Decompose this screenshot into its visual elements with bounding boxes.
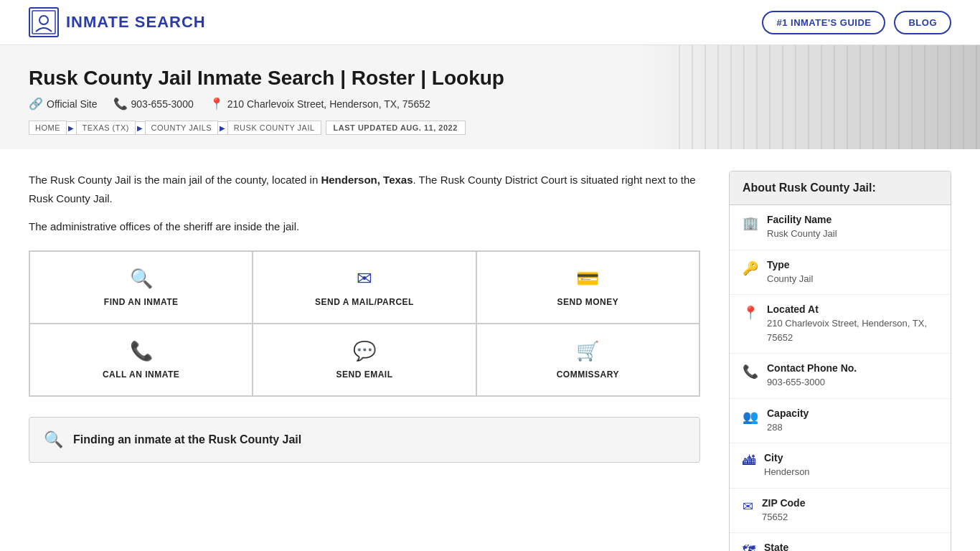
about-item-value: County Jail	[767, 272, 813, 286]
svg-rect-1	[32, 11, 55, 34]
action-icon: 🛒	[576, 340, 599, 362]
about-item-value: 903-655-3000	[767, 375, 857, 390]
action-grid: 🔍FIND AN INMATE✉SEND A MAIL/PARCEL💳SEND …	[29, 250, 700, 397]
about-card: About Rusk County Jail: 🏢Facility NameRu…	[729, 171, 951, 551]
right-sidebar: About Rusk County Jail: 🏢Facility NameRu…	[729, 171, 951, 551]
header-nav: #1 INMATE'S GUIDE BLOG	[762, 11, 951, 34]
action-label: CALL AN INMATE	[103, 369, 179, 380]
hero-section: Rusk County Jail Inmate Search | Roster …	[0, 45, 980, 149]
about-items-container: 🏢Facility NameRusk County Jail🔑TypeCount…	[730, 205, 951, 551]
description-section: The Rusk County Jail is the main jail of…	[29, 171, 700, 236]
about-icon: ✉	[743, 499, 753, 514]
action-cell-call-an-inmate[interactable]: 📞CALL AN INMATE	[29, 324, 253, 396]
breadcrumb-arrow1: ▶	[67, 121, 76, 135]
address-meta: 📍 210 Charlevoix Street, Henderson, TX, …	[209, 97, 430, 110]
about-item-capacity: 👥Capacity288	[730, 399, 951, 444]
svg-point-2	[39, 16, 48, 24]
logo: INMATE SEARCH	[29, 7, 206, 37]
breadcrumb-arrow3: ▶	[218, 121, 227, 135]
about-item-type: 🔑TypeCounty Jail	[730, 250, 951, 296]
breadcrumb-texas[interactable]: TEXAS (TX)	[76, 121, 136, 135]
link-icon: 🔗	[29, 97, 43, 110]
action-label: SEND A MAIL/PARCEL	[315, 297, 414, 307]
breadcrumb-home[interactable]: HOME	[29, 121, 67, 135]
blog-button[interactable]: BLOG	[894, 11, 951, 34]
breadcrumb-county-jails[interactable]: COUNTY JAILS	[145, 121, 219, 135]
action-label: COMMISSARY	[557, 369, 619, 380]
about-item-label: Contact Phone No.	[767, 362, 857, 374]
finding-box: 🔍 Finding an inmate at the Rusk County J…	[29, 417, 700, 463]
action-label: SEND MONEY	[557, 297, 618, 307]
hero-bg-decoration	[679, 45, 980, 149]
inmate-guide-button[interactable]: #1 INMATE'S GUIDE	[762, 11, 885, 34]
about-item-label: Type	[767, 259, 813, 270]
breadcrumb-last-updated: LAST UPDATED AUG. 11, 2022	[326, 121, 466, 135]
about-icon: 📍	[743, 305, 758, 321]
action-label: FIND AN INMATE	[104, 297, 179, 307]
logo-text: INMATE SEARCH	[66, 13, 206, 32]
about-item-value: 75652	[762, 510, 805, 524]
about-item-label: Located At	[767, 303, 938, 315]
finding-title: Finding an inmate at the Rusk County Jai…	[73, 433, 301, 446]
action-cell-send-a-mail/parcel[interactable]: ✉SEND A MAIL/PARCEL	[253, 251, 476, 324]
phone-icon: 📞	[113, 97, 128, 110]
official-site-link[interactable]: 🔗 Official Site	[29, 97, 98, 110]
about-item-value: Rusk County Jail	[767, 227, 837, 241]
about-item-label: Capacity	[767, 408, 809, 419]
action-icon: 📞	[130, 340, 153, 362]
description-para2: The administrative offices of the sherif…	[29, 217, 700, 236]
action-icon: ✉	[357, 268, 372, 290]
breadcrumb-rusk[interactable]: RUSK COUNTY JAIL	[227, 121, 321, 135]
phone-link[interactable]: 📞 903-655-3000	[113, 97, 194, 110]
about-icon: 📞	[743, 364, 758, 380]
site-header: INMATE SEARCH #1 INMATE'S GUIDE BLOG	[0, 0, 980, 45]
logo-icon	[29, 7, 59, 37]
action-icon: 💳	[576, 268, 599, 290]
action-icon: 🔍	[130, 268, 153, 290]
about-item-located-at: 📍Located At210 Charlevoix Street, Hender…	[730, 295, 951, 354]
about-item-label: ZIP Code	[762, 497, 805, 509]
action-label: SEND EMAIL	[336, 369, 392, 380]
about-item-value: 210 Charlevoix Street, Henderson, TX, 75…	[767, 316, 938, 344]
breadcrumb-arrow2: ▶	[136, 121, 145, 135]
about-item-label: State	[764, 542, 809, 551]
about-icon: 🔑	[743, 260, 758, 276]
finding-search-icon: 🔍	[44, 430, 63, 449]
action-cell-commissary[interactable]: 🛒COMMISSARY	[476, 324, 699, 396]
action-cell-send-email[interactable]: 💬SEND EMAIL	[253, 324, 476, 396]
about-item-facility-name: 🏢Facility NameRusk County Jail	[730, 205, 951, 250]
left-column: The Rusk County Jail is the main jail of…	[29, 171, 729, 551]
action-icon: 💬	[353, 340, 376, 362]
location-icon: 📍	[209, 97, 224, 110]
action-cell-find-an-inmate[interactable]: 🔍FIND AN INMATE	[29, 251, 253, 324]
about-item-label: City	[764, 452, 810, 463]
about-item-contact-phone-no.: 📞Contact Phone No.903-655-3000	[730, 354, 951, 399]
about-item-city: 🏙CityHenderson	[730, 443, 951, 489]
main-content: The Rusk County Jail is the main jail of…	[0, 171, 980, 551]
about-item-value: 288	[767, 420, 809, 435]
about-icon: 🏢	[743, 215, 758, 231]
about-card-header: About Rusk County Jail:	[730, 171, 951, 205]
about-item-label: Facility Name	[767, 214, 837, 225]
description-para1: The Rusk County Jail is the main jail of…	[29, 171, 700, 207]
about-icon: 🏙	[743, 453, 755, 468]
svg-rect-0	[29, 8, 58, 37]
about-icon: 🗺	[743, 543, 755, 551]
about-icon: 👥	[743, 409, 758, 425]
action-cell-send-money[interactable]: 💳SEND MONEY	[476, 251, 699, 324]
about-item-state: 🗺StateTexas (TX)	[730, 533, 951, 551]
about-item-value: Henderson	[764, 465, 810, 479]
about-item-zip-code: ✉ZIP Code75652	[730, 489, 951, 534]
